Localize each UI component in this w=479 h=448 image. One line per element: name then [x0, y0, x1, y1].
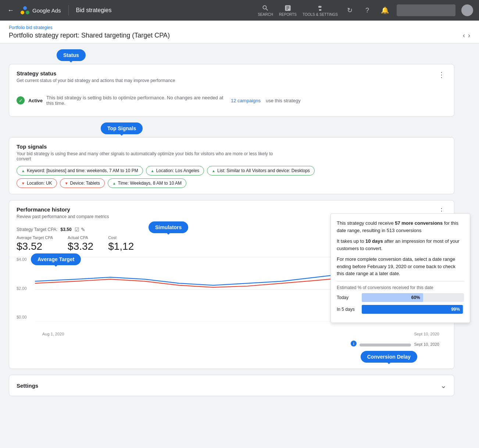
page-title: Portfolio strategy report: Shared target… [9, 32, 170, 39]
top-signals-section: Top Signals Top signals Your bid strateg… [9, 122, 454, 194]
strategy-status-subtitle: Get current status of your bid strategy … [17, 78, 175, 83]
tools-nav-button[interactable]: TOOLS & SETTINGS [303, 4, 338, 17]
perf-target-value: $3.50 [61, 227, 72, 232]
signal-chip-la-label: Location: Los Angeles [156, 168, 199, 173]
top-navigation: ← Google Ads Bid strategies SEARCH REPOR… [0, 0, 479, 21]
logo-text: Google Ads [32, 7, 61, 14]
conv-delay-bubble-container: Conversion Delay [17, 351, 447, 369]
sim-5days-bar: 99% [362, 305, 463, 314]
signal-chip-device-tablets: ▼ Device: Tablets [60, 178, 105, 188]
sim-est-label: Estimated % of conversions received for … [337, 285, 464, 290]
chart-y-axis: $4.00 $2.00 $0.00 [17, 257, 27, 319]
sim-text-1: This strategy could receive 57 more conv… [337, 220, 464, 234]
signal-chip-weekdays-label: Time: Weekdays, 8 AM to 10 AM [118, 181, 182, 186]
account-search-bar[interactable] [397, 4, 455, 16]
signal-chip-tablets-label: Device: Tablets [70, 181, 100, 186]
page-title-row: Portfolio strategy report: Shared target… [9, 32, 470, 43]
y-label-4: $4.00 [17, 257, 27, 262]
x-label-start: Aug 1, 2020 [42, 332, 64, 336]
y-label-2: $2.00 [17, 286, 27, 291]
logo-icon [20, 5, 30, 15]
sim-today-track: 60% [362, 293, 464, 302]
signal-chip-keyword: ▲ Keyword: [business] and time: weekends… [17, 166, 143, 175]
campaigns-link[interactable]: 12 campaigns [231, 98, 261, 103]
simulators-annotation-container: Simulators [149, 221, 188, 233]
sim-text-2: It takes up to 10 days after an impressi… [337, 238, 464, 252]
signal-chip-keyword-label: Keyword: [business] and time: weekends, … [27, 168, 138, 173]
notifications-button[interactable]: 🔔 [379, 4, 391, 16]
back-button[interactable]: ← [6, 5, 15, 16]
performance-title: Performance history [17, 206, 109, 213]
x-label-end: Sept 10, 2020 [414, 332, 439, 336]
page-header: Portfolio bid strategies Portfolio strat… [0, 21, 479, 43]
edit-icon[interactable]: ✎ [81, 227, 85, 232]
svg-point-2 [23, 6, 27, 10]
performance-header-text: Performance history Review past performa… [17, 206, 109, 219]
signal-chip-location-uk: ▼ Location: UK [17, 178, 57, 188]
svg-point-0 [21, 11, 24, 14]
chevron-down-icon: ⌄ [440, 381, 447, 390]
help-button[interactable]: ? [361, 4, 373, 16]
settings-header[interactable]: Settings ⌄ [9, 375, 454, 396]
sim-more-conversions: 57 more conversions [395, 220, 443, 226]
settings-title: Settings [17, 383, 38, 389]
checkbox-icon[interactable]: ☑ [75, 227, 79, 232]
actual-cpa-label: Actual CPA [68, 235, 93, 240]
sim-text-3: For more complete conversion data, selec… [337, 256, 464, 277]
status-check-icon: ✓ [17, 96, 25, 104]
top-signals-subtitle: Your bid strategy is using these and man… [17, 151, 274, 161]
top-signals-card-header: Top signals Your bid strategy is using t… [9, 138, 454, 164]
chart-x-axis: Aug 1, 2020 Sept 10, 2020 [17, 330, 447, 338]
reports-nav-label: REPORTS [279, 13, 297, 17]
strategy-status-menu-button[interactable]: ⋮ [436, 70, 447, 79]
user-avatar[interactable] [461, 4, 473, 16]
strategy-status-card-header: Strategy status Get current status of yo… [9, 64, 454, 86]
status-annotation-bubble: Status [57, 49, 86, 61]
nav-divider [68, 5, 69, 15]
sim-today-label: Today [337, 295, 359, 300]
breadcrumb[interactable]: Portfolio bid strategies [9, 25, 470, 30]
sim-days-bold: 10 days [365, 238, 383, 244]
info-icon: i [351, 341, 357, 346]
status-section: ✓ Active This bid strategy is setting bi… [9, 86, 454, 116]
arrow-up-icon-3: ▲ [212, 169, 215, 173]
top-signals-header-text: Top signals Your bid strategy is using t… [17, 143, 274, 161]
conversion-delay-annotation-bubble: Conversion Delay [361, 351, 417, 363]
refresh-button[interactable]: ↻ [344, 4, 355, 16]
conv-delay-bar [360, 344, 411, 346]
svg-point-1 [26, 11, 29, 14]
sim-days-prefix: It takes up to [337, 238, 365, 244]
search-nav-button[interactable]: SEARCH [258, 4, 273, 17]
reports-nav-button[interactable]: REPORTS [279, 4, 297, 17]
actual-cpa-metric: Actual CPA $3.32 [68, 235, 93, 252]
sim-today-bar: 60% [362, 293, 423, 302]
search-nav-label: SEARCH [258, 13, 273, 17]
top-signals-card: Top signals Your bid strategy is using t… [9, 137, 454, 194]
negative-signals-row: ▼ Location: UK ▼ Device: Tablets ▲ Time:… [9, 178, 454, 194]
arrow-down-icon: ▼ [21, 181, 25, 185]
signal-chip-location-la: ▲ Location: Los Angeles [146, 166, 204, 175]
perf-target-label: Strategy Target CPA: [17, 227, 58, 232]
simulators-annotation-bubble: Simulators [149, 221, 188, 233]
google-ads-logo: Google Ads [20, 5, 61, 15]
arrow-up-icon: ▲ [21, 169, 25, 173]
signal-chip-list: ▲ List: Similar to All Visitors and devi… [207, 166, 315, 175]
next-page-button[interactable]: › [468, 32, 470, 39]
campaigns-suffix: use this strategy [266, 98, 447, 103]
conv-delay-area: i Sept 10, 2020 [17, 338, 447, 351]
top-signals-annotation-bubble: Top Signals [101, 122, 143, 134]
nav-page-title: Bid strategies [76, 7, 112, 14]
sim-prefix: This strategy could receive [337, 220, 395, 226]
status-active-label: Active [28, 98, 43, 103]
signal-chip-list-label: List: Similar to All Visitors and device… [217, 168, 310, 173]
strategy-status-header-text: Strategy status Get current status of yo… [17, 70, 175, 83]
arrow-up-icon-4: ▲ [112, 181, 116, 185]
sim-5days-row: In 5 days 99% [337, 305, 464, 314]
perf-target-icons: ☑ ✎ [75, 227, 85, 232]
cost-metric: Cost $1,12 [108, 235, 134, 252]
nav-right-section: SEARCH REPORTS TOOLS & SETTINGS ↻ ? 🔔 [258, 4, 473, 17]
top-signals-title: Top signals [17, 143, 274, 150]
sim-5days-label: In 5 days [337, 307, 359, 312]
sim-5days-track: 99% [362, 305, 464, 314]
prev-page-button[interactable]: ‹ [463, 32, 465, 39]
